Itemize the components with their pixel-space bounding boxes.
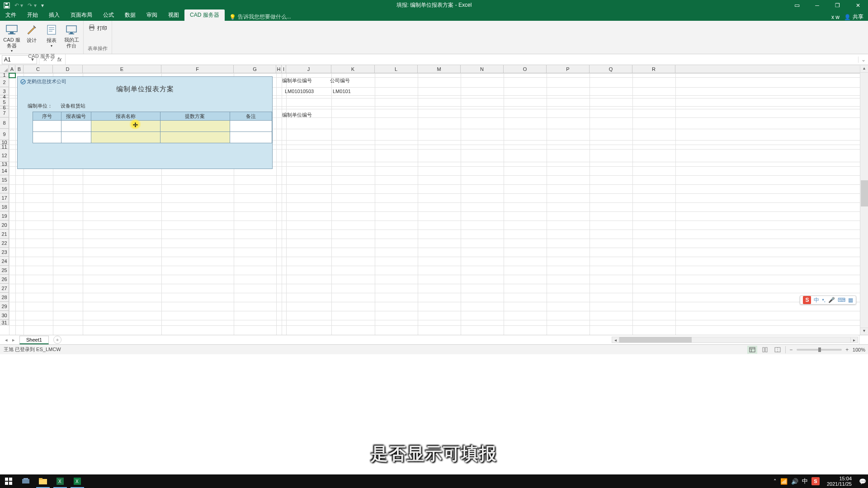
row-header[interactable]: 23 — [0, 248, 9, 257]
sheet-nav-first[interactable]: ◂ — [3, 337, 10, 343]
add-sheet-button[interactable]: + — [53, 336, 61, 344]
column-header[interactable]: K — [331, 65, 375, 73]
ime-punct-icon[interactable]: •, — [822, 297, 826, 303]
column-header[interactable]: O — [504, 65, 547, 73]
sheet-tab[interactable]: Sheet1 — [19, 336, 49, 344]
taskbar-app-1[interactable] — [17, 474, 34, 488]
qat-customize-icon[interactable]: ▾ — [41, 2, 44, 9]
row-header[interactable]: 29 — [0, 302, 9, 311]
column-header[interactable]: L — [375, 65, 418, 73]
row-header[interactable]: 20 — [0, 221, 9, 230]
ime-mic-icon[interactable]: 🎤 — [828, 297, 835, 303]
view-pagebreak-button[interactable] — [773, 346, 783, 354]
column-header[interactable]: B — [15, 65, 24, 73]
start-button[interactable] — [0, 474, 17, 488]
view-pagelayout-button[interactable] — [760, 346, 770, 354]
column-header[interactable]: D — [53, 65, 83, 73]
row-header[interactable]: 1 — [0, 73, 9, 77]
cell[interactable] — [33, 132, 61, 143]
row-header[interactable]: 8 — [0, 117, 9, 129]
enter-icon[interactable]: ✓ — [50, 56, 55, 63]
row-header[interactable]: 18 — [0, 202, 9, 211]
column-header[interactable]: R — [632, 65, 675, 73]
cell-editable[interactable] — [160, 132, 230, 143]
tray-chevron-icon[interactable]: ˄ — [774, 478, 777, 485]
taskbar-excel[interactable]: X — [69, 474, 86, 488]
ime-toolbar[interactable]: S 中 •, 🎤 ⌨ ▦ — [800, 296, 856, 305]
design-button[interactable]: 设计 — [23, 22, 41, 44]
column-header[interactable]: F — [161, 65, 234, 73]
cell-editable[interactable] — [91, 132, 160, 143]
ime-lang[interactable]: 中 — [814, 296, 819, 304]
view-normal-button[interactable] — [747, 346, 757, 354]
table-row[interactable] — [33, 121, 272, 132]
tray-volume-icon[interactable]: 🔊 — [791, 478, 798, 485]
zoom-out-button[interactable]: − — [788, 347, 794, 353]
column-header[interactable]: G — [234, 65, 276, 73]
tell-me[interactable]: 💡 告诉我您想要做什么... — [229, 13, 291, 21]
cell-editable[interactable] — [91, 121, 160, 132]
column-header[interactable]: C — [24, 65, 53, 73]
ime-keyboard-icon[interactable]: ⌨ — [838, 297, 845, 303]
select-all-button[interactable] — [0, 65, 9, 73]
cell[interactable] — [230, 132, 272, 143]
zoom-handle[interactable] — [818, 347, 821, 352]
tab-view[interactable]: 视图 — [163, 9, 184, 21]
maximize-button[interactable]: ❐ — [827, 0, 848, 10]
tab-cad-server[interactable]: CAD 服务器 — [184, 9, 225, 21]
scroll-left-button[interactable]: ◂ — [612, 338, 619, 343]
mydesk-button[interactable]: 我的工作台 — [62, 22, 80, 49]
vertical-scrollbar[interactable]: ▴ ▾ — [860, 66, 868, 335]
cell[interactable] — [33, 121, 61, 132]
tab-pagelayout[interactable]: 页面布局 — [65, 9, 98, 21]
user-name[interactable]: x w — [831, 14, 840, 20]
tab-insert[interactable]: 插入 — [43, 9, 65, 21]
row-header[interactable]: 27 — [0, 284, 9, 293]
table-row[interactable] — [33, 132, 272, 143]
row-header[interactable]: 24 — [0, 257, 9, 266]
tray-ime-lang[interactable]: 中 — [802, 477, 808, 485]
cancel-icon[interactable]: ✕ — [43, 56, 47, 63]
hscroll-thumb[interactable] — [619, 337, 692, 343]
row-header[interactable]: 19 — [0, 211, 9, 221]
column-header[interactable]: A — [9, 65, 15, 73]
taskbar-file-explorer[interactable] — [34, 474, 52, 488]
grid-body[interactable]: 龙鹤信息技术公司 编制单位报表方案 编制单位： 设备租赁站 序号 报表编号 报表… — [9, 73, 868, 335]
ribbon-display-icon[interactable]: ▭ — [787, 0, 807, 10]
column-header[interactable]: Q — [590, 65, 632, 73]
column-header[interactable]: P — [547, 65, 590, 73]
row-header[interactable]: 2 — [0, 77, 9, 87]
cell[interactable] — [61, 121, 91, 132]
row-header[interactable]: 12 — [0, 149, 9, 162]
row-header[interactable]: 25 — [0, 266, 9, 275]
row-header[interactable]: 16 — [0, 184, 9, 193]
tray-notifications-icon[interactable]: 💬 — [859, 478, 866, 485]
column-header[interactable]: E — [83, 65, 161, 73]
row-header[interactable]: 11 — [0, 145, 9, 149]
scroll-down-button[interactable]: ▾ — [860, 328, 868, 335]
ime-menu-icon[interactable]: ▦ — [848, 297, 853, 303]
name-box[interactable]: A1 ▼ — [2, 55, 37, 64]
row-header[interactable]: 30 — [0, 311, 9, 320]
spreadsheet-grid[interactable]: ABCDEFGHIJKLMNOPQR 123456789101112131415… — [0, 65, 868, 335]
row-header[interactable]: 17 — [0, 193, 9, 202]
tab-review[interactable]: 审阅 — [141, 9, 163, 21]
save-icon[interactable] — [4, 2, 10, 9]
row-header[interactable]: 9 — [0, 129, 9, 140]
tray-sogou-icon[interactable]: S — [811, 477, 820, 485]
row-header[interactable]: 14 — [0, 166, 9, 175]
undo-icon[interactable]: ↶ ▾ — [14, 2, 23, 9]
row-header[interactable]: 28 — [0, 293, 9, 302]
column-header[interactable]: N — [461, 65, 504, 73]
tray-clock[interactable]: 15:04 2021/11/25 — [823, 476, 855, 487]
horizontal-scrollbar[interactable]: ◂ ▸ — [612, 337, 858, 343]
cell-editable[interactable] — [160, 121, 230, 132]
tray-wifi-icon[interactable]: 📶 — [780, 478, 788, 485]
close-button[interactable]: ✕ — [848, 0, 868, 10]
row-header[interactable]: 26 — [0, 275, 9, 284]
column-header[interactable]: J — [286, 65, 331, 73]
redo-icon[interactable]: ↷ ▾ — [28, 2, 36, 9]
row-header[interactable]: 13 — [0, 162, 9, 166]
tab-formulas[interactable]: 公式 — [98, 9, 119, 21]
share-button[interactable]: 👤 共享 — [844, 13, 863, 21]
